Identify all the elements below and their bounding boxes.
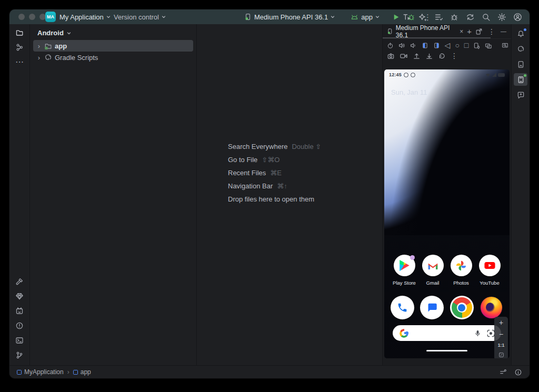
device-selector[interactable]: Medium Phone API 36.1 — [244, 13, 335, 21]
expand-chevron-icon[interactable]: › — [36, 54, 42, 62]
dock-app-messages[interactable] — [420, 296, 444, 319]
home-button-icon[interactable]: ○ — [455, 42, 459, 49]
problems-tool-button[interactable] — [13, 319, 26, 332]
upload-icon[interactable] — [413, 52, 421, 60]
expand-chevron-icon[interactable]: › — [36, 42, 42, 50]
dock-app-phone[interactable] — [391, 296, 414, 319]
volume-down-icon[interactable] — [410, 42, 417, 49]
account-icon[interactable] — [513, 13, 522, 22]
tree-item-app[interactable]: › app — [33, 40, 193, 52]
app-shortcut-gmail[interactable]: Gmail — [420, 255, 445, 286]
info-icon[interactable] — [514, 368, 522, 376]
build-tasks-icon[interactable] — [434, 13, 443, 22]
screenshot-icon[interactable] — [387, 52, 395, 60]
sync-project-icon[interactable] — [466, 13, 475, 22]
version-control-menu[interactable]: Version control — [114, 13, 166, 21]
ai-chat-tool-button[interactable] — [514, 88, 527, 101]
chevron-down-icon — [162, 15, 166, 19]
gradle-tool-button[interactable] — [514, 43, 527, 55]
app-label: Gmail — [426, 280, 440, 286]
dock-row — [384, 296, 510, 319]
shortcut-keys: ⌘↑ — [277, 182, 287, 190]
bell-icon — [517, 30, 525, 38]
gesture-nav-handle[interactable] — [426, 350, 467, 352]
shortcut-label: Drop files here to open them — [228, 195, 314, 203]
tree-item-label: Gradle Scripts — [55, 54, 98, 62]
project-view-selector[interactable]: Android — [37, 29, 64, 37]
install-icon[interactable] — [425, 52, 433, 60]
voice-search-icon[interactable] — [474, 329, 482, 338]
displays-icon[interactable] — [485, 42, 492, 49]
shortcut-label: Navigation Bar — [228, 182, 273, 190]
shortcut-hint: Navigation Bar ⌘↑ — [228, 179, 321, 193]
run-button[interactable] — [392, 13, 400, 21]
notifications-tool-button[interactable] — [514, 27, 527, 40]
running-devices-header: Medium Phone API 36.1 × + ⋮ — — [383, 24, 512, 39]
power-icon[interactable] — [387, 42, 394, 49]
app-shortcut-youtube[interactable]: YouTube — [477, 255, 502, 286]
chevron-down-icon — [67, 31, 71, 35]
running-badge — [524, 74, 526, 77]
zoom-fit-button[interactable] — [498, 352, 504, 358]
breadcrumb-module[interactable]: MyApplication — [24, 368, 64, 376]
emulator-screen[interactable]: 12:45 Sun, Jan 11 Play Store — [384, 69, 510, 358]
device-settings-icon[interactable] — [473, 42, 480, 49]
more-emulator-actions-icon[interactable]: ⋮ — [451, 52, 458, 59]
close-tab-icon[interactable]: × — [460, 28, 463, 35]
screen-search-icon[interactable] — [502, 42, 508, 49]
gmail-icon — [427, 262, 438, 270]
device-selector-label: Medium Phone API 36.1 — [254, 13, 328, 21]
app-quality-insights-tool-button[interactable] — [13, 290, 26, 303]
minimize-window-button[interactable] — [29, 14, 35, 20]
project-menu[interactable]: My Application — [59, 13, 111, 21]
app-shortcut-photos[interactable]: Photos — [448, 255, 474, 286]
zoom-out-button[interactable]: − — [499, 330, 503, 338]
add-device-tab-icon[interactable]: + — [467, 27, 472, 35]
zoom-in-button[interactable]: + — [499, 319, 503, 326]
google-search-bar[interactable] — [393, 325, 501, 341]
project-tool-button[interactable] — [13, 26, 26, 39]
open-in-window-icon[interactable] — [475, 28, 483, 35]
tree-item-gradle-scripts[interactable]: › Gradle Scripts — [33, 52, 193, 63]
back-button-icon[interactable]: ◁ — [445, 42, 451, 49]
ai-actions-icon[interactable] — [418, 13, 427, 22]
overview-button-icon[interactable]: □ — [464, 42, 468, 49]
commit-tool-button[interactable] — [13, 41, 26, 54]
run-anything-icon[interactable] — [403, 13, 412, 22]
phone-app-icon — [397, 302, 408, 313]
more-tool-windows-icon[interactable]: ⋯ — [13, 56, 26, 68]
rotate-right-icon[interactable] — [433, 42, 440, 49]
signal-icon — [492, 73, 496, 77]
terminal-tool-button[interactable] — [13, 334, 26, 347]
snapshots-icon[interactable] — [438, 52, 446, 60]
dock-app-chrome[interactable] — [450, 296, 474, 319]
settings-icon[interactable] — [497, 13, 506, 22]
tab-scrollbar[interactable] — [383, 37, 491, 38]
run-configuration-selector[interactable]: app — [351, 13, 380, 21]
version-control-tool-button[interactable] — [13, 349, 26, 361]
left-tool-stripe: ⋯ — [9, 24, 30, 366]
youtube-icon — [484, 259, 496, 272]
running-devices-tool-button[interactable] — [514, 73, 527, 86]
dock-app-firefox[interactable] — [480, 296, 503, 319]
rotate-left-icon[interactable] — [422, 42, 428, 49]
close-window-button[interactable] — [18, 14, 25, 20]
emulator-zoom-controls: + − 1:1 — [494, 317, 508, 358]
event-log-icon[interactable] — [499, 368, 507, 376]
logcat-tool-button[interactable] — [13, 305, 26, 317]
breadcrumb-submodule[interactable]: app — [81, 368, 91, 376]
build-tool-button[interactable] — [13, 275, 26, 288]
screen-record-icon[interactable] — [400, 52, 408, 60]
bug-report-icon[interactable] — [450, 13, 459, 22]
phone-status-bar: 12:45 — [384, 71, 510, 78]
app-label: Play Store — [393, 280, 416, 286]
volume-up-icon[interactable] — [398, 42, 405, 49]
hide-panel-icon[interactable]: — — [501, 28, 506, 34]
device-tab[interactable]: Medium Phone API 36.1 × — [387, 24, 463, 39]
app-shortcut-play-store[interactable]: Play Store — [392, 255, 417, 286]
zoom-reset-button[interactable]: 1:1 — [498, 343, 504, 348]
search-icon[interactable] — [482, 13, 491, 22]
device-manager-tool-button[interactable] — [514, 58, 527, 71]
lockscreen-date: Sun, Jan 11 — [391, 88, 427, 96]
panel-options-icon[interactable]: ⋮ — [488, 28, 495, 35]
